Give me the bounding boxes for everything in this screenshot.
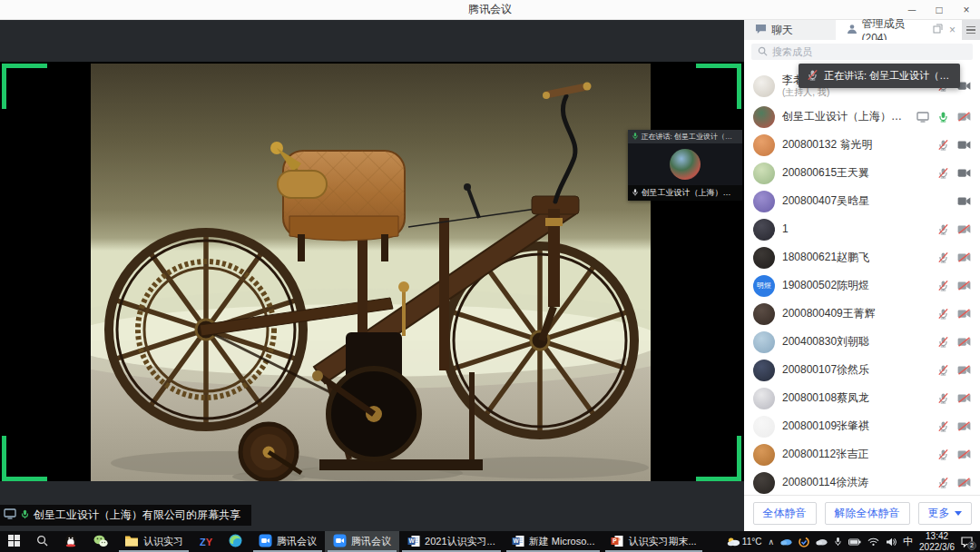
member-row[interactable]: 180800621赵鹏飞	[744, 243, 980, 271]
member-row[interactable]: 200800407吴晗星	[744, 187, 980, 215]
mic-muted-icon[interactable]	[937, 139, 949, 151]
popout-panel-icon[interactable]	[933, 24, 943, 36]
svg-text:P: P	[613, 537, 618, 544]
taskbar-app-search[interactable]	[28, 531, 56, 552]
member-name: 1	[782, 223, 789, 236]
member-row[interactable]: 1	[744, 215, 980, 243]
meeting-icon	[333, 534, 347, 549]
member-role: (主持人, 我)	[782, 87, 829, 98]
member-row[interactable]: 200800114徐洪涛	[744, 468, 980, 495]
camera-icon[interactable]	[957, 140, 971, 150]
camera-off-icon[interactable]	[957, 421, 971, 431]
member-row[interactable]: 200800132 翁光明	[744, 131, 980, 159]
taskbar-app-zy[interactable]: ZY	[191, 531, 220, 552]
minimize-button[interactable]: ─	[898, 0, 926, 19]
share-region-corner-bottom-right	[696, 436, 741, 481]
mic-muted-icon[interactable]	[937, 364, 949, 376]
mic-muted-icon[interactable]	[937, 420, 949, 432]
member-row[interactable]: 200800109张肇祺	[744, 412, 980, 440]
camera-off-icon[interactable]	[957, 309, 971, 319]
search-input[interactable]: 搜索成员	[751, 44, 973, 60]
taskbar-app-wechat[interactable]	[85, 531, 116, 552]
member-row[interactable]: 200800615王天翼	[744, 159, 980, 187]
unmute-all-button[interactable]: 解除全体静音	[825, 502, 910, 525]
camera-off-icon[interactable]	[957, 224, 971, 234]
taskbar-app-meeting[interactable]: 腾讯会议	[250, 531, 325, 552]
camera-off-icon[interactable]	[957, 393, 971, 403]
mic-muted-icon[interactable]	[937, 280, 949, 291]
speaking-indicator-text: 正在讲话: 创呈工业设计（上海...	[641, 132, 739, 142]
taskbar-app-qq[interactable]	[56, 531, 85, 552]
panel-menu-icon[interactable]	[962, 20, 980, 40]
taskbar-app-ppt[interactable]: P认识实习期末...	[603, 531, 704, 552]
camera-off-icon[interactable]	[957, 281, 971, 291]
mic-muted-icon[interactable]	[937, 308, 949, 320]
maximize-button[interactable]: □	[926, 0, 953, 19]
mic-muted-icon[interactable]	[937, 251, 949, 263]
taskbar-app-word[interactable]: W2021认识实习...	[399, 531, 504, 552]
cloud-drive-icon[interactable]	[816, 537, 828, 546]
mic-muted-icon	[807, 69, 818, 83]
camera-icon[interactable]	[957, 168, 971, 178]
folder-icon	[124, 535, 139, 548]
mic-active-icon[interactable]	[937, 111, 949, 123]
camera-icon[interactable]	[957, 196, 971, 206]
tab-manage-members[interactable]: 管理成员(204)	[836, 20, 927, 40]
weather-icon[interactable]: 11°C	[727, 537, 762, 547]
speaker-icon[interactable]	[886, 537, 897, 547]
mic-muted-icon[interactable]	[937, 336, 949, 348]
member-row[interactable]: 200400830刘朝聪	[744, 328, 980, 356]
share-region-corner-top-right	[696, 64, 741, 109]
thumbnail-video-area	[628, 143, 742, 185]
member-name: 200800407吴晗星	[782, 195, 869, 208]
member-row[interactable]: 创呈工业设计（上海）有限公司	[744, 103, 980, 131]
hidden-icons-chevron[interactable]: ∧	[768, 537, 774, 547]
windows-taskbar: 认识实习ZY腾讯会议腾讯会议W2021认识实习...W新建 Microso...…	[0, 531, 980, 552]
tab-chat[interactable]: 聊天	[744, 20, 836, 40]
close-button[interactable]: ×	[953, 0, 980, 19]
member-name: 180800621赵鹏飞	[782, 251, 869, 264]
ime-indicator[interactable]: 中	[903, 535, 913, 548]
cloud-sync-icon[interactable]	[780, 537, 792, 546]
close-panel-icon[interactable]: ×	[949, 24, 956, 36]
camera-off-icon[interactable]	[957, 252, 971, 262]
camera-off-icon[interactable]	[957, 478, 971, 488]
avatar	[753, 331, 775, 353]
avatar	[670, 149, 701, 180]
member-row[interactable]: 200800107徐然乐	[744, 356, 980, 384]
more-button[interactable]: 更多	[918, 502, 972, 525]
svg-text:W: W	[513, 537, 519, 544]
microphone-tray-icon[interactable]	[834, 537, 842, 547]
member-row[interactable]: 200800108蔡凤龙	[744, 384, 980, 412]
security-check-icon[interactable]	[799, 537, 809, 547]
mic-muted-icon[interactable]	[937, 167, 949, 179]
mute-all-button[interactable]: 全体静音	[753, 502, 817, 525]
taskbar-app-win[interactable]	[0, 531, 28, 552]
thumbnail-name-label: 创呈工业设计（上海）有限...	[641, 187, 739, 199]
member-row[interactable]: 2000800409王菁辉	[744, 300, 980, 328]
taskbar-app-word[interactable]: W新建 Microso...	[504, 531, 603, 552]
camera-off-icon[interactable]	[957, 337, 971, 347]
wifi-icon[interactable]	[867, 537, 879, 547]
notification-center-icon[interactable]: 2	[961, 537, 973, 547]
battery-icon[interactable]	[848, 538, 861, 546]
mic-muted-icon[interactable]	[937, 477, 949, 488]
taskbar-app-edge[interactable]	[220, 531, 250, 552]
camera-off-icon[interactable]	[957, 449, 971, 459]
taskbar-clock[interactable]: 13:422022/3/6	[919, 531, 955, 552]
speaker-video-thumbnail[interactable]: 正在讲话: 创呈工业设计（上海... 创呈工业设计（上海）有限...	[628, 130, 742, 201]
mic-muted-icon[interactable]	[937, 448, 949, 460]
speaking-toast: 正在讲话: 创呈工业设计（上海...	[799, 64, 960, 88]
mic-muted-icon[interactable]	[937, 392, 949, 404]
window-titlebar: 腾讯会议 ─ □ ×	[0, 0, 980, 20]
member-row[interactable]: 200800112张吉正	[744, 440, 980, 468]
taskbar-app-meeting[interactable]: 腾讯会议	[325, 531, 399, 552]
screen-share-icon	[916, 112, 929, 123]
camera-off-icon[interactable]	[957, 365, 971, 375]
mic-muted-icon[interactable]	[937, 223, 949, 235]
camera-off-icon[interactable]	[957, 112, 971, 122]
word-icon: W	[512, 535, 524, 549]
member-row[interactable]: 明煜 190800502陈明煜	[744, 271, 980, 300]
taskbar-app-folder[interactable]: 认识实习	[116, 531, 191, 552]
win-icon	[8, 535, 20, 548]
